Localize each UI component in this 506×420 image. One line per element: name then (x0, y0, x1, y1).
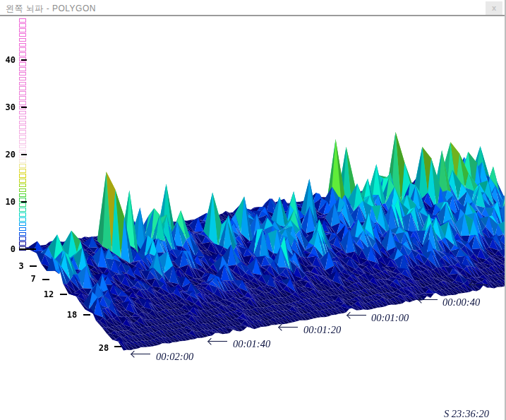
close-icon: x (492, 4, 496, 12)
freq-tick-mark (30, 265, 37, 267)
color-scale-cell (19, 222, 26, 227)
freq-tick-label: 7 (26, 275, 40, 283)
color-scale-cell (19, 96, 26, 100)
color-scale-cell (19, 145, 26, 149)
color-scale-cell (19, 33, 26, 37)
amp-tick-label: 30 (0, 103, 16, 112)
freq-tick-label: 18 (65, 311, 79, 319)
freq-tick-label: 12 (42, 290, 56, 299)
color-scale-cell (19, 188, 26, 193)
color-scale-cell (19, 140, 26, 144)
color-scale-cell (19, 82, 26, 86)
time-arrow-icon (418, 296, 438, 303)
color-scale-cell (19, 67, 26, 71)
color-scale-cell (19, 23, 26, 28)
color-scale-cell (19, 193, 26, 198)
amp-tick-label: 20 (0, 150, 16, 159)
time-tick-label: 00:01:20 (303, 324, 341, 336)
time-arrow-icon (208, 338, 228, 344)
freq-tick-mark (114, 346, 121, 347)
color-scale-cell (19, 241, 26, 246)
color-scale-cell (19, 169, 26, 173)
plot-area: 0102030403712182800:02:0000:01:4000:01:2… (0, 16, 506, 420)
amp-tick-mark (19, 248, 36, 250)
time-tick-label: 00:00:40 (442, 296, 480, 308)
time-arrow-icon (279, 324, 299, 330)
freq-tick-mark (60, 294, 67, 295)
color-scale-cell (19, 62, 26, 66)
amp-tick-label: 40 (0, 56, 16, 64)
color-scale-cell (19, 101, 26, 105)
color-scale-cell (19, 203, 26, 207)
color-scale-cell (19, 121, 26, 125)
color-scale-cell (19, 125, 26, 129)
color-scale-cell (19, 28, 26, 32)
polygon-surface-canvas (0, 16, 506, 420)
color-scale-cell (19, 150, 26, 154)
session-start-label: S 23:36:20 (442, 407, 489, 420)
time-tick-label: 00:01:00 (371, 312, 409, 324)
freq-tick-label: 3 (14, 262, 28, 270)
color-scale-cell (19, 18, 26, 23)
color-scale-cell (19, 179, 26, 183)
color-scale-cell (19, 217, 26, 222)
color-scale-cell (19, 130, 26, 134)
time-tick-label: 00:02:00 (156, 351, 193, 363)
color-scale-cell (19, 116, 26, 120)
time-arrow-icon (347, 312, 367, 318)
color-scale-cell (19, 174, 26, 178)
color-scale-cell (19, 86, 26, 90)
amp-tick-label: 10 (0, 198, 16, 206)
color-scale-cell (19, 184, 26, 188)
window-title: 왼쪽 뇌파 - POLYGON (6, 3, 96, 15)
freq-tick-label: 28 (97, 344, 111, 352)
window-titlebar[interactable]: 왼쪽 뇌파 - POLYGON x (0, 0, 506, 16)
eeg-polygon-window: 왼쪽 뇌파 - POLYGON x 0102030403712182800:02… (0, 0, 506, 420)
color-scale-cell (19, 77, 26, 81)
freq-tick-mark (83, 314, 90, 316)
amp-tick-mark (21, 154, 27, 155)
color-scale-cell (19, 38, 26, 42)
time-arrow-icon (131, 351, 151, 357)
color-scale-cell (19, 236, 26, 241)
color-scale-cell (19, 72, 26, 76)
color-scale-cell (19, 91, 26, 95)
session-time-block: S 23:36:20 E 23:38:21 (442, 407, 489, 420)
close-button[interactable]: x (486, 1, 502, 15)
color-scale-cell (19, 164, 26, 168)
color-scale-cell (19, 208, 26, 212)
amp-tick-mark (21, 107, 27, 108)
amp-tick-mark (21, 59, 27, 61)
color-scale-cell (19, 52, 26, 56)
time-arrow-icon (469, 282, 489, 288)
color-scale-cell (19, 159, 26, 163)
amp-tick-label: 0 (0, 245, 16, 253)
time-tick-label: 00:01:40 (233, 338, 270, 350)
color-scale-cell (19, 232, 26, 236)
color-scale-cell (19, 212, 26, 217)
color-scale-cell (19, 111, 26, 115)
freq-tick-mark (42, 279, 49, 280)
amp-tick-mark (21, 201, 27, 203)
color-scale-cell (19, 43, 26, 47)
color-scale-cell (19, 135, 26, 139)
color-scale-cell (19, 227, 26, 232)
color-scale-cell (19, 47, 26, 52)
